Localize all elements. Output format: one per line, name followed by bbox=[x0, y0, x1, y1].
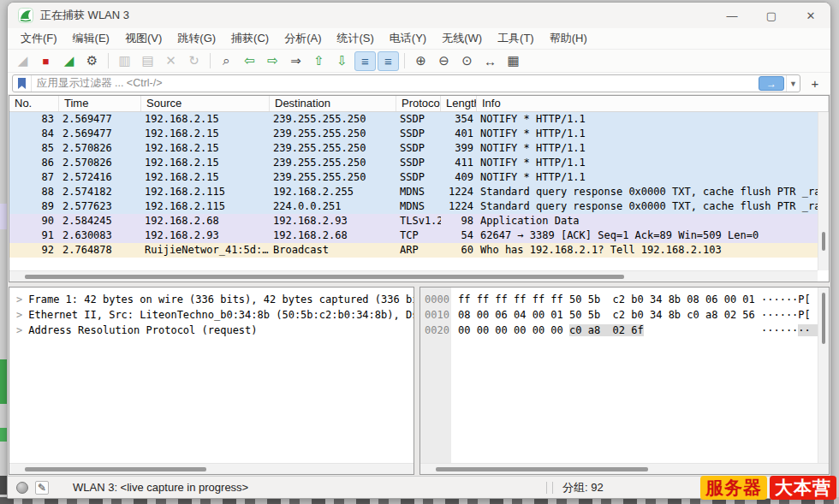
go-bottom-button[interactable]: ⇩ bbox=[331, 51, 353, 71]
menu-item[interactable]: 电话(Y) bbox=[382, 29, 434, 48]
packet-list-vertical-scrollbar[interactable] bbox=[818, 112, 829, 270]
packet-row[interactable]: 832.569477192.168.2.15239.255.255.250SSD… bbox=[9, 112, 818, 127]
hex-ascii-highlight: ·· ·o bbox=[798, 324, 818, 336]
add-filter-button[interactable]: + bbox=[805, 74, 825, 92]
packet-list-horizontal-scrollbar[interactable] bbox=[9, 270, 818, 282]
expand-chevron-icon[interactable]: > bbox=[13, 324, 28, 336]
packet-count: 分组: 92 bbox=[562, 480, 604, 495]
filter-bookmark-button[interactable] bbox=[13, 75, 32, 92]
cell-info: 62647 → 3389 [ACK] Seq=1 Ack=89 Win=509 … bbox=[477, 228, 818, 243]
hex-line[interactable]: 0000ff ff ff ff ff ff 50 5b c2 b0 34 8b … bbox=[420, 292, 818, 307]
menu-item[interactable]: 帮助(H) bbox=[542, 29, 595, 48]
go-to-packet-button[interactable]: ⇒ bbox=[285, 51, 306, 71]
filter-dropdown-button[interactable]: ▼ bbox=[786, 75, 800, 92]
stop-capture-button[interactable]: ■ bbox=[35, 51, 57, 71]
scrollbar-thumb[interactable] bbox=[25, 275, 624, 279]
display-filter-input[interactable]: 应用显示过滤器 ... <Ctrl-/> → ▼ bbox=[12, 74, 800, 92]
columns-layout-button[interactable]: ▦ bbox=[503, 51, 524, 71]
zoom-in-icon: ⊕ bbox=[415, 53, 426, 68]
expand-chevron-icon[interactable]: > bbox=[13, 309, 28, 321]
go-top-button[interactable]: ⇧ bbox=[308, 51, 330, 71]
menu-item[interactable]: 捕获(C) bbox=[223, 29, 277, 48]
menu-item[interactable]: 工具(T) bbox=[490, 29, 542, 48]
zoom-in-button[interactable]: ⊕ bbox=[410, 51, 431, 71]
menu-item[interactable]: 文件(F) bbox=[13, 29, 65, 48]
find-packet-button[interactable]: ⌕ bbox=[216, 51, 237, 71]
packet-row[interactable]: 862.570826192.168.2.15239.255.255.250SSD… bbox=[9, 156, 818, 170]
column-header-source[interactable]: Source bbox=[141, 96, 270, 111]
zoom-reset-button[interactable]: ⊙ bbox=[456, 51, 478, 71]
packet-row[interactable]: 872.572416192.168.2.15239.255.255.250SSD… bbox=[9, 170, 818, 185]
go-back-icon: ⇦ bbox=[244, 53, 255, 68]
go-bottom-icon: ⇩ bbox=[336, 53, 348, 68]
menu-item[interactable]: 分析(A) bbox=[277, 29, 329, 48]
scrollbar-thumb[interactable] bbox=[822, 293, 825, 344]
minimize-button[interactable]: — bbox=[712, 3, 752, 28]
menu-item[interactable]: 统计(S) bbox=[329, 29, 381, 48]
cell-src: 192.168.2.15 bbox=[141, 112, 270, 127]
packet-row[interactable]: 842.569477192.168.2.15239.255.255.250SSD… bbox=[9, 127, 818, 141]
scrollbar-thumb[interactable] bbox=[25, 467, 206, 471]
hex-vertical-scrollbar[interactable] bbox=[818, 288, 829, 463]
resize-columns-button[interactable]: ↔ bbox=[479, 51, 501, 71]
cell-proto: TLSv1.2 bbox=[396, 214, 441, 228]
column-header-destination[interactable]: Destination bbox=[270, 96, 396, 111]
close-button[interactable]: ✕ bbox=[791, 3, 830, 28]
watermark-server-badge: 服务器 bbox=[700, 476, 767, 500]
watermark-camp-badge: 大本营 bbox=[770, 476, 836, 500]
detail-line[interactable]: >Address Resolution Protocol (request) bbox=[13, 323, 414, 338]
menu-item[interactable]: 跳转(G) bbox=[170, 29, 223, 48]
cell-len: 98 bbox=[441, 214, 477, 228]
cell-time: 2.569477 bbox=[59, 127, 141, 141]
colorize-button[interactable]: ≡ bbox=[378, 51, 399, 71]
cell-info: Standard query response 0x0000 TXT, cach… bbox=[477, 199, 818, 214]
column-header-no[interactable]: No. bbox=[9, 96, 59, 111]
column-header-time[interactable]: Time bbox=[59, 96, 141, 111]
column-header-protocol[interactable]: Protocol bbox=[396, 96, 441, 111]
detail-line[interactable]: >Ethernet II, Src: LiteonTechno_b0:34:8b… bbox=[13, 307, 414, 323]
menu-item[interactable]: 编辑(E) bbox=[65, 29, 117, 48]
expert-info-icon[interactable] bbox=[16, 482, 28, 494]
cell-no: 86 bbox=[9, 156, 59, 170]
menu-item[interactable]: 无线(W) bbox=[434, 29, 490, 48]
hex-ascii-text: ······P[ ·4····V bbox=[761, 309, 818, 321]
auto-scroll-icon: ≡ bbox=[361, 54, 369, 68]
detail-horizontal-scrollbar[interactable] bbox=[9, 463, 414, 474]
packet-row[interactable]: 882.574182192.168.2.115192.168.2.255MDNS… bbox=[9, 185, 818, 199]
toolbar-separator bbox=[210, 53, 211, 68]
cell-src: 192.168.2.115 bbox=[141, 185, 270, 199]
detail-line[interactable]: >Frame 1: 42 bytes on wire (336 bits), 4… bbox=[13, 292, 414, 307]
capture-options-button[interactable]: ⚙ bbox=[81, 51, 103, 71]
capture-comment-icon[interactable]: ✎ bbox=[35, 481, 49, 495]
packet-row[interactable]: 902.584245192.168.2.68192.168.2.93TLSv1.… bbox=[9, 214, 818, 228]
hex-line[interactable]: 001008 00 06 04 00 01 50 5b c2 b0 34 8b … bbox=[420, 307, 818, 323]
scrollbar-thumb[interactable] bbox=[436, 467, 648, 471]
go-forward-button[interactable]: ⇨ bbox=[262, 51, 283, 71]
menu-item[interactable]: 视图(V) bbox=[117, 29, 170, 48]
hex-offset: 0000 bbox=[420, 292, 451, 307]
restart-capture-button[interactable]: ◢ bbox=[58, 51, 80, 71]
packet-row[interactable]: 912.630083192.168.2.93192.168.2.68TCP546… bbox=[9, 228, 818, 243]
background-window-fragment bbox=[0, 359, 7, 404]
zoom-reset-icon: ⊙ bbox=[461, 53, 473, 68]
column-header-info[interactable]: Info bbox=[477, 96, 829, 111]
hex-horizontal-scrollbar[interactable] bbox=[420, 463, 829, 474]
packet-row[interactable]: 892.577623192.168.2.115224.0.0.251MDNS12… bbox=[9, 199, 818, 214]
zoom-out-button[interactable]: ⊖ bbox=[433, 51, 455, 71]
auto-scroll-button[interactable]: ≡ bbox=[354, 51, 376, 71]
detail-text: Frame 1: 42 bytes on wire (336 bits), 42… bbox=[28, 294, 414, 305]
hex-line[interactable]: 002000 00 00 00 00 00 c0 a8 02 6f·······… bbox=[420, 323, 818, 338]
column-header-length[interactable]: Length bbox=[441, 96, 477, 111]
cell-dst: 224.0.0.251 bbox=[270, 199, 396, 214]
expand-chevron-icon[interactable]: > bbox=[13, 294, 28, 305]
apply-filter-button[interactable]: → bbox=[759, 76, 784, 91]
packet-row[interactable]: 922.764878RuijieNetwor_41:5d:…BroadcastA… bbox=[9, 243, 818, 258]
maximize-button[interactable]: ▢ bbox=[752, 3, 791, 28]
go-back-button[interactable]: ⇦ bbox=[239, 51, 260, 71]
main-toolbar: ◢■◢⚙▥▤✕↻⌕⇦⇨⇒⇧⇩≡≡⊕⊖⊙↔▦ bbox=[8, 49, 830, 72]
packet-row[interactable]: 852.570826192.168.2.15239.255.255.250SSD… bbox=[9, 141, 818, 156]
title-bar[interactable]: 正在捕获 WLAN 3 — ▢ ✕ bbox=[8, 3, 830, 28]
wireshark-window: 正在捕获 WLAN 3 — ▢ ✕ 文件(F)编辑(E)视图(V)跳转(G)捕获… bbox=[7, 2, 831, 499]
cell-len: 401 bbox=[441, 127, 477, 141]
scrollbar-thumb[interactable] bbox=[822, 232, 825, 251]
